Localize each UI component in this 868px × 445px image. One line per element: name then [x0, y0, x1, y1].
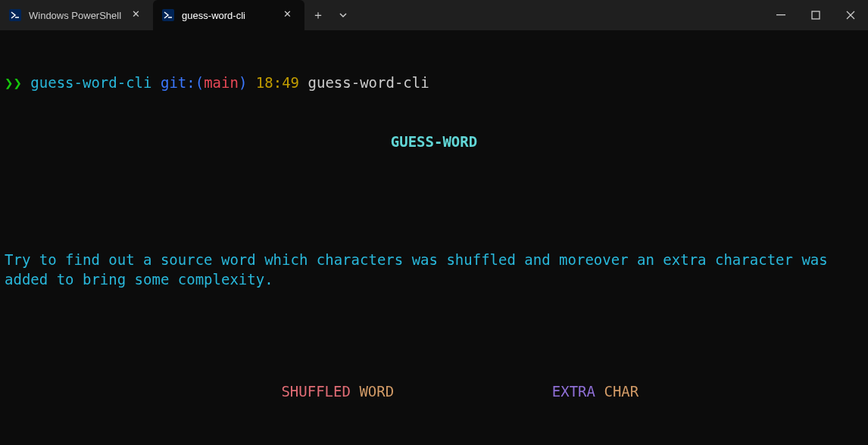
git-label: git: [161, 74, 195, 91]
new-tab-button[interactable]: ＋ [304, 0, 332, 30]
tab-guess-word-cli[interactable]: guess-word-cli ✕ [153, 0, 304, 30]
powershell-icon [9, 9, 21, 21]
close-icon[interactable]: ✕ [129, 8, 142, 22]
prompt-line: ❯❯ guess-word-cli git:(main) 18:49 guess… [5, 73, 863, 92]
prompt-command: guess-word-cli [308, 74, 429, 91]
powershell-icon [162, 9, 174, 21]
tab-dropdown-button[interactable] [332, 0, 354, 30]
window-controls [763, 0, 868, 30]
prompt-time: 18:49 [256, 74, 299, 91]
close-window-button[interactable] [833, 0, 868, 30]
tab-powershell[interactable]: Windows PowerShell ✕ [0, 0, 153, 30]
tab-title: Windows PowerShell [29, 10, 121, 21]
maximize-button[interactable] [798, 0, 833, 30]
game-intro: Try to find out a source word which char… [5, 250, 863, 289]
titlebar-drag-area[interactable] [354, 0, 763, 30]
minimize-button[interactable] [763, 0, 798, 30]
tab-title: guess-word-cli [182, 10, 273, 21]
game-title: GUESS-WORD [5, 132, 863, 151]
git-branch: main [204, 74, 239, 91]
shuffled-word-label: SHUFFLED WORD [229, 362, 394, 421]
prompt-path: guess-word-cli [30, 74, 151, 91]
terminal-output[interactable]: ❯❯ guess-word-cli git:(main) 18:49 guess… [0, 30, 868, 445]
svg-rect-2 [776, 14, 785, 15]
section-labels: SHUFFLED WORD EXTRA CHAR [5, 362, 863, 421]
window-titlebar: Windows PowerShell ✕ guess-word-cli ✕ ＋ [0, 0, 868, 30]
prompt-symbol: ❯❯ [5, 74, 22, 91]
close-icon[interactable]: ✕ [280, 8, 294, 22]
svg-rect-3 [812, 11, 820, 19]
extra-char-label: EXTRA CHAR [500, 362, 639, 421]
